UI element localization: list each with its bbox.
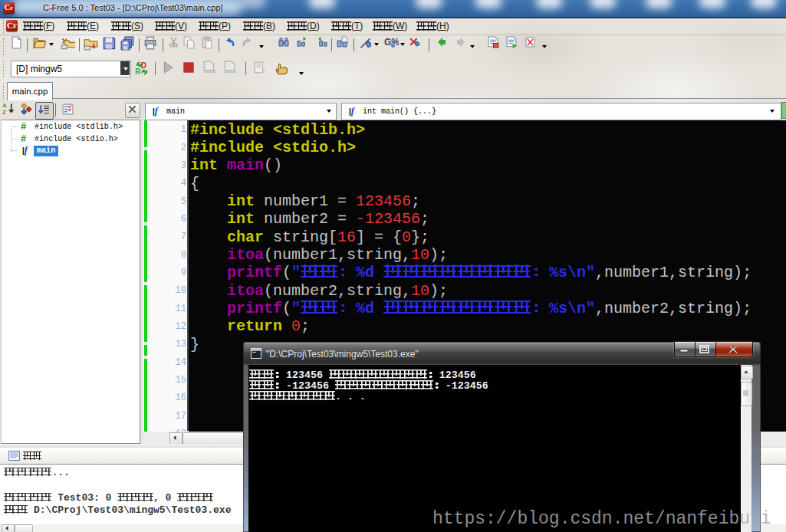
svg-text:f: f	[155, 106, 160, 117]
svg-text:10101: 10101	[225, 69, 237, 74]
svg-text:f: f	[351, 106, 356, 117]
svg-text:#: #	[21, 122, 26, 133]
svg-text:D: D	[141, 61, 146, 70]
svg-text:Z: Z	[2, 109, 6, 115]
svg-text:#: #	[21, 134, 26, 145]
svg-text:10101: 10101	[204, 69, 216, 74]
svg-text:R: R	[135, 67, 141, 76]
svg-text:f: f	[25, 145, 29, 156]
